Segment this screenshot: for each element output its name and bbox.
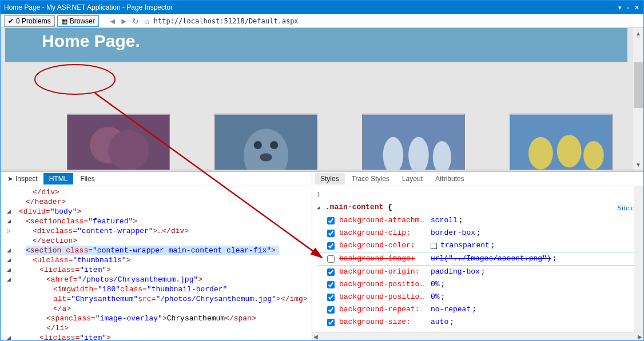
css-property-name: background-positio…	[339, 278, 430, 291]
scroll-down-icon[interactable]: ▼	[633, 159, 643, 170]
css-semicolon: ;	[441, 278, 446, 291]
tree-toggle-icon[interactable]: ▷	[5, 226, 12, 236]
svg-point-5	[254, 141, 262, 149]
thumbnail-image[interactable]	[362, 114, 465, 170]
css-property-value: 0%	[431, 278, 440, 291]
tree-toggle-icon[interactable]: ◢	[5, 216, 12, 226]
tree-toggle-icon[interactable]: ◢	[5, 333, 12, 341]
css-property-name: background-size:	[339, 316, 430, 328]
css-semicolon: ;	[472, 303, 476, 316]
svg-point-15	[583, 141, 604, 170]
scroll-right-icon[interactable]: ▶	[638, 334, 642, 340]
scroll-up-icon[interactable]: ▲	[633, 28, 643, 38]
css-property-name: background-clip:	[339, 227, 430, 239]
selected-element-row[interactable]: ◢<section class="content-wrapper main-co…	[5, 246, 312, 255]
css-toggle-checkbox[interactable]	[327, 306, 335, 314]
code-token: </header>	[26, 197, 66, 207]
css-semicolon: ;	[481, 266, 486, 278]
css-toggle-checkbox[interactable]	[327, 281, 335, 288]
css-rules[interactable]: } ◢ .main-content { Site.css background-…	[312, 186, 643, 332]
css-toggle-checkbox[interactable]	[327, 268, 335, 276]
problems-label: 0 Problems	[16, 17, 51, 25]
tree-toggle-icon[interactable]: ◢	[5, 207, 12, 216]
css-property-row[interactable]: background-clip:border-box;	[317, 227, 640, 239]
styles-panel: Styles Trace Styles Layout Attributes } …	[312, 172, 643, 341]
inspect-button[interactable]: ➤ Inspect	[3, 174, 42, 184]
svg-point-6	[270, 141, 278, 149]
code-token: </div>	[33, 187, 59, 197]
tab-trace-styles[interactable]: Trace Styles	[346, 173, 395, 184]
css-property-name: background-positio…	[339, 291, 430, 303]
scroll-thumb[interactable]	[634, 62, 643, 108]
css-property-value: auto	[431, 316, 448, 328]
right-tabs: Styles Trace Styles Layout Attributes	[312, 172, 643, 186]
tab-layout[interactable]: Layout	[396, 173, 428, 184]
hero-banner: Home Page.	[5, 28, 627, 62]
check-icon: ✔	[8, 17, 14, 25]
window-close-icon[interactable]: ✕	[632, 4, 640, 11]
css-property-row[interactable]: background-origin:padding-box;	[317, 266, 640, 278]
css-property-name: background-repeat:	[339, 303, 430, 316]
tree-toggle-icon[interactable]: ◢	[5, 265, 12, 275]
tab-attributes[interactable]: Attributes	[430, 173, 470, 184]
css-toggle-checkbox[interactable]	[327, 242, 335, 250]
css-property-value: scroll	[431, 214, 458, 227]
css-semicolon: ;	[441, 291, 446, 303]
svg-point-7	[260, 153, 272, 161]
inspect-label: Inspect	[15, 175, 38, 183]
css-toggle-checkbox[interactable]	[327, 255, 335, 263]
thumbnail-image[interactable]	[67, 114, 170, 170]
devtools: ➤ Inspect HTML Files </div> </header> ◢<…	[1, 172, 643, 341]
css-property-row[interactable]: background-positio…0%;	[317, 278, 640, 291]
browser-label: Browser	[70, 17, 95, 25]
css-property-row[interactable]: background-size:auto;	[317, 316, 640, 328]
tree-toggle-icon[interactable]: ◢	[5, 255, 12, 265]
tab-html[interactable]: HTML	[43, 173, 74, 184]
address-bar[interactable]: http://localhost:51218/Default.aspx	[154, 17, 299, 25]
css-property-value: 0%	[431, 291, 440, 303]
css-toggle-checkbox[interactable]	[327, 230, 335, 237]
window-dropdown-icon[interactable]: ▾	[616, 4, 624, 11]
css-property-row[interactable]: background-positio…0%;	[317, 291, 640, 303]
svg-point-13	[528, 137, 553, 170]
svg-point-2	[108, 130, 149, 170]
css-toggle-checkbox[interactable]	[327, 319, 335, 326]
tree-toggle-icon[interactable]: ◢	[5, 275, 12, 284]
inspect-cursor-icon: ➤	[7, 175, 13, 183]
thumbnail-gallery	[5, 114, 627, 170]
css-property-name: background-image:	[339, 252, 430, 265]
css-property-row[interactable]: background-attachm…scroll;	[317, 214, 640, 227]
css-semicolon: ;	[459, 214, 463, 227]
tab-files[interactable]: Files	[74, 173, 100, 184]
css-toggle-checkbox[interactable]	[327, 217, 335, 224]
browser-mode-button[interactable]: ▦ Browser	[57, 15, 99, 27]
css-property-value: url("../Images/accent.png")	[431, 252, 551, 265]
nav-forward-icon[interactable]: ►	[120, 17, 129, 26]
problems-button[interactable]: ✔ 0 Problems	[4, 15, 55, 27]
css-property-name: background-origin:	[339, 266, 430, 278]
styles-scrollbar[interactable]	[634, 186, 643, 332]
window-title: Home Page - My ASP.NET Application - Pag…	[4, 3, 616, 11]
nav-home-icon[interactable]: ⌂	[142, 17, 152, 26]
tree-toggle-icon[interactable]: ◢	[317, 205, 325, 211]
svg-point-14	[557, 135, 582, 167]
css-property-value: padding-box	[431, 266, 480, 278]
dom-tree[interactable]: </div> </header> ◢<div id="body"> ◢<sect…	[1, 186, 312, 341]
brace-icon: }	[317, 188, 322, 201]
css-toggle-checkbox[interactable]	[327, 294, 335, 301]
nav-back-icon[interactable]: ◄	[108, 17, 117, 26]
nav-refresh-icon[interactable]: ↻	[131, 17, 140, 26]
thumbnail-image[interactable]	[510, 114, 613, 170]
css-property-row[interactable]: background-repeat:no-repeat;	[317, 303, 640, 316]
css-property-row[interactable]: background-image:url("../Images/accent.p…	[317, 252, 640, 266]
preview-scrollbar[interactable]: ▲ ▼	[633, 28, 643, 170]
styles-h-scrollbar[interactable]: ◀▶	[312, 332, 643, 341]
window-maximize-icon[interactable]: ▫	[624, 4, 632, 11]
thumbnail-image[interactable]	[214, 114, 317, 170]
tree-toggle-icon[interactable]: ◢	[5, 246, 12, 255]
tab-styles[interactable]: Styles	[315, 173, 345, 184]
css-property-row[interactable]: background-color:transparent;	[317, 239, 640, 252]
css-property-value: no-repeat	[431, 303, 471, 316]
css-semicolon: ;	[450, 316, 454, 328]
scroll-left-icon[interactable]: ◀	[313, 334, 318, 340]
